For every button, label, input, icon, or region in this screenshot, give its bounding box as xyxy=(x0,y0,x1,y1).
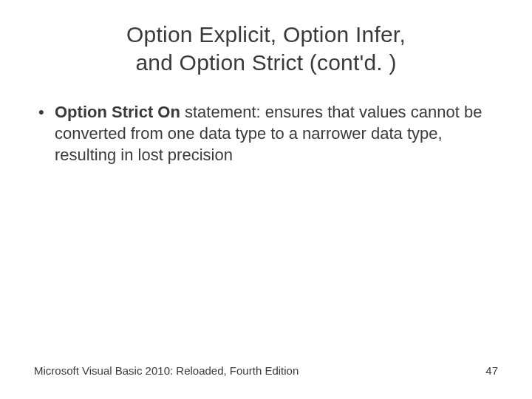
footer-source: Microsoft Visual Basic 2010: Reloaded, F… xyxy=(34,364,299,377)
bullet-item: Option Strict On statement: ensures that… xyxy=(34,101,498,166)
page-number: 47 xyxy=(485,364,498,377)
title-line-1: Option Explicit, Option Infer, xyxy=(126,22,406,47)
slide: Option Explicit, Option Infer, and Optio… xyxy=(0,0,532,399)
bullet-list: Option Strict On statement: ensures that… xyxy=(34,101,498,166)
slide-title: Option Explicit, Option Infer, and Optio… xyxy=(0,0,532,76)
bullet-bold: Option Strict On xyxy=(55,103,180,121)
slide-body: Option Strict On statement: ensures that… xyxy=(0,76,532,166)
title-line-2: and Option Strict (cont'd. ) xyxy=(135,50,396,75)
